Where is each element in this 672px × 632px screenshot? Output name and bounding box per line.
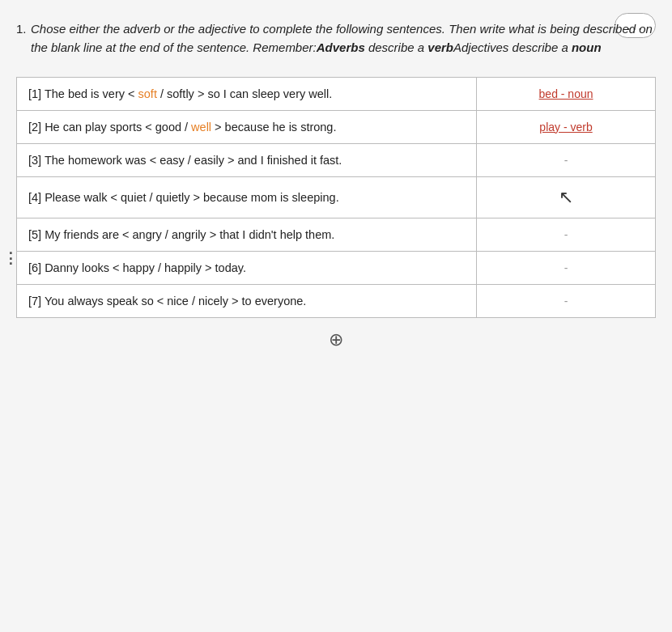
choice-selected-1: soft	[138, 87, 157, 100]
sentence-cell-4: [4] Please walk < quiet / quietly > beca…	[17, 176, 477, 218]
cursor-icon: ↖	[559, 187, 573, 208]
answer-dash-6: -	[564, 261, 568, 274]
sentence-cell-6: [6] Danny looks < happy / happily > toda…	[17, 251, 477, 284]
sentence-text-5: [5] My friends are < angry / angrily > t…	[28, 228, 334, 241]
table-row: [3] The homework was < easy / easily > a…	[17, 143, 656, 176]
instruction-adjectives: Adjectives	[453, 40, 508, 54]
left-dots-icon: ⋮	[3, 251, 19, 265]
exercise-table: [1] The bed is very < soft / softly > so…	[16, 77, 656, 318]
instruction-adverbs: Adverbs	[317, 40, 365, 54]
answer-cell-3: -	[477, 143, 656, 176]
sentence-text-7: [7] You always speak so < nice / nicely …	[28, 295, 306, 308]
answer-cell-6: -	[477, 251, 656, 284]
answer-cell-1: bed - noun	[477, 77, 656, 110]
table-row: [6] Danny looks < happy / happily > toda…	[17, 251, 656, 284]
sentence-cell-5: [5] My friends are < angry / angrily > t…	[17, 218, 477, 251]
sentence-cell-2: [2] He can play sports < good / well > b…	[17, 110, 477, 143]
table-row: [2] He can play sports < good / well > b…	[17, 110, 656, 143]
add-icon: ⊕	[329, 329, 343, 350]
table-row: [7] You always speak so < nice / nicely …	[17, 284, 656, 317]
answer-cell-4: ↖	[477, 176, 656, 218]
instruction-verb-word: verb	[427, 40, 453, 54]
sentence-cell-3: [3] The homework was < easy / easily > a…	[17, 143, 477, 176]
answer-dash-7: -	[564, 295, 568, 308]
sentence-prefix-1: [1] The bed is very <	[28, 87, 138, 100]
choice-selected-2: well	[191, 121, 211, 134]
answer-cell-2: play - verb	[477, 110, 656, 143]
sentence-sep-1: / softly > so I can sleep very well.	[157, 87, 332, 100]
table-row: [4] Please walk < quiet / quietly > beca…	[17, 176, 656, 218]
answer-cell-5: -	[477, 218, 656, 251]
instruction-text-3: describe a	[508, 40, 572, 54]
sentence-text-3: [3] The homework was < easy / easily > a…	[28, 154, 342, 167]
answer-text-2: play - verb	[539, 121, 592, 134]
instruction-block: 1. Chose either the adverb or the adject…	[16, 19, 656, 57]
instruction-number: 1.	[16, 19, 27, 38]
sentence-prefix-2: [2] He can play sports < good /	[28, 121, 191, 134]
table-row: [5] My friends are < angry / angrily > t…	[17, 218, 656, 251]
instruction-noun-word: noun	[572, 40, 602, 54]
table-row: [1] The bed is very < soft / softly > so…	[17, 77, 656, 110]
instruction-text-2: describe a	[365, 40, 428, 54]
sentence-suffix-2: > because he is strong.	[211, 121, 336, 134]
answer-text-1: bed - noun	[539, 87, 593, 100]
sentence-text-4: [4] Please walk < quiet / quietly > beca…	[28, 191, 339, 204]
answer-cell-7: -	[477, 284, 656, 317]
answer-dash-3: -	[564, 154, 568, 167]
sentence-cell-1: [1] The bed is very < soft / softly > so…	[17, 77, 477, 110]
answer-dash-5: -	[564, 228, 568, 241]
sentence-cell-7: [7] You always speak so < nice / nicely …	[17, 284, 477, 317]
sentence-text-6: [6] Danny looks < happy / happily > toda…	[28, 261, 246, 274]
add-button-area[interactable]: ⊕	[16, 329, 656, 350]
